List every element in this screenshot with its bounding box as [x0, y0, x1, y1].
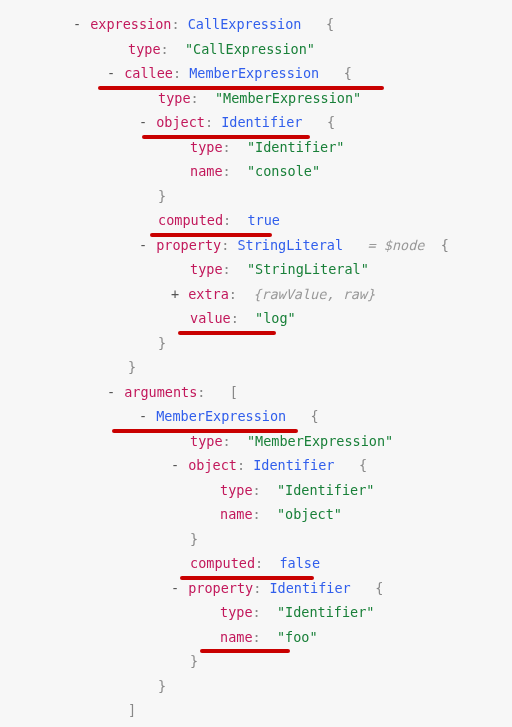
prop-type: type: "Identifier" [12, 478, 512, 503]
key-extra: extra [188, 286, 229, 302]
key-object: object [156, 114, 205, 130]
node-annotation: = $node [368, 237, 425, 253]
toggle-icon[interactable]: - [138, 233, 148, 258]
type-memberexpression[interactable]: MemberExpression [189, 65, 319, 81]
key-arguments: arguments [124, 384, 197, 400]
close-bracket: ] [12, 698, 512, 723]
ast-tree: - expression: CallExpression { type: "Ca… [0, 0, 512, 727]
prop-type: type: "MemberExpression" [12, 86, 512, 111]
object-node-2[interactable]: - object: Identifier { [12, 453, 512, 478]
close-brace: } [12, 184, 512, 209]
property-node-2[interactable]: - property: Identifier { [12, 576, 512, 601]
prop-type: type: "Identifier" [12, 135, 512, 160]
close-brace: } [12, 527, 512, 552]
key-callee: callee [124, 65, 173, 81]
prop-type: type: "MemberExpression" [12, 429, 512, 454]
toggle-icon[interactable]: - [106, 61, 116, 86]
extra-node[interactable]: + extra: {rawValue, raw} [12, 282, 512, 307]
key-object: object [188, 457, 237, 473]
key-expression: expression [90, 16, 171, 32]
toggle-icon[interactable]: - [138, 404, 148, 429]
prop-type: type: "StringLiteral" [12, 257, 512, 282]
prop-computed: computed: false [12, 551, 512, 576]
prop-name: name: "console" [12, 159, 512, 184]
prop-computed: computed: true [12, 208, 512, 233]
toggle-icon[interactable]: - [106, 380, 116, 405]
key-property: property [156, 237, 221, 253]
arguments-node[interactable]: - arguments: [ [12, 380, 512, 405]
type-identifier[interactable]: Identifier [253, 457, 334, 473]
prop-value: value: "log" [12, 306, 512, 331]
type-stringliteral[interactable]: StringLiteral [237, 237, 343, 253]
object-node[interactable]: - object: Identifier { [12, 110, 512, 135]
prop-name: name: "foo" [12, 625, 512, 650]
prop-type: type: "CallExpression" [12, 37, 512, 62]
callee-node[interactable]: - callee: MemberExpression { [12, 61, 512, 86]
toggle-icon[interactable]: - [170, 576, 180, 601]
close-brace: } [12, 355, 512, 380]
type-callexpression[interactable]: CallExpression [188, 16, 302, 32]
key-property: property [188, 580, 253, 596]
prop-type: type: "Identifier" [12, 600, 512, 625]
toggle-icon[interactable]: - [138, 110, 148, 135]
type-identifier[interactable]: Identifier [269, 580, 350, 596]
close-brace: } [12, 723, 512, 728]
toggle-plus-icon[interactable]: + [170, 282, 180, 307]
close-brace: } [12, 331, 512, 356]
arguments-item[interactable]: - MemberExpression { [12, 404, 512, 429]
prop-name: name: "object" [12, 502, 512, 527]
property-node[interactable]: - property: StringLiteral = $node { [12, 233, 512, 258]
type-memberexpression[interactable]: MemberExpression [156, 408, 286, 424]
toggle-icon[interactable]: - [72, 12, 82, 37]
close-brace: } [12, 649, 512, 674]
expression-node[interactable]: - expression: CallExpression { [12, 12, 512, 37]
extra-summary: {rawValue, raw} [253, 286, 375, 302]
toggle-icon[interactable]: - [170, 453, 180, 478]
close-brace: } [12, 674, 512, 699]
type-identifier[interactable]: Identifier [221, 114, 302, 130]
